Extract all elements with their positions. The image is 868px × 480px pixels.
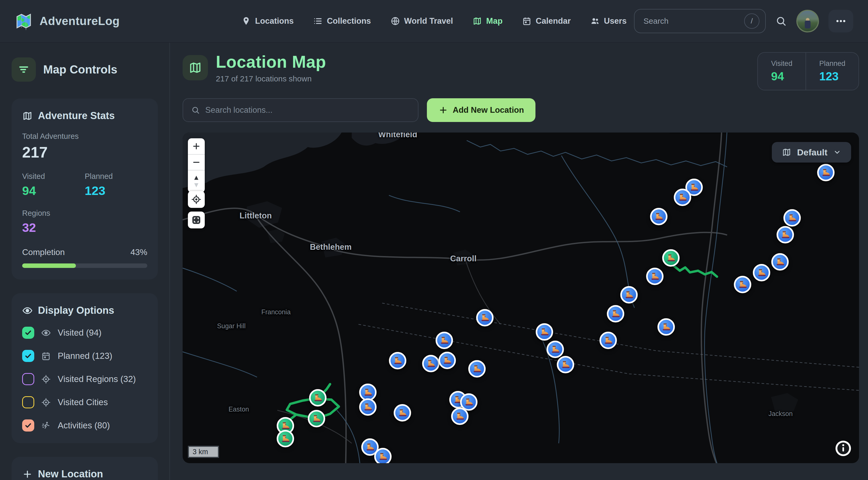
completion-progress-bar	[22, 263, 147, 268]
display-option-label: Planned (123)	[58, 351, 112, 361]
hiking-boot-icon	[311, 414, 321, 424]
hiking-boot-icon	[480, 313, 490, 323]
planned-location-marker[interactable]	[359, 398, 377, 416]
location-search-box[interactable]	[183, 98, 418, 122]
nav-item-map[interactable]: Map	[472, 16, 502, 26]
map-controls-sidebar: Map Controls Adventure Stats Total Adven…	[0, 43, 170, 480]
fullscreen-button[interactable]	[188, 212, 205, 228]
zoom-in-button[interactable]	[188, 138, 205, 154]
filter-icon	[18, 63, 30, 75]
display-option-label: Visited Regions (32)	[58, 374, 136, 384]
planned-location-marker[interactable]	[599, 332, 617, 349]
info-icon	[835, 440, 852, 457]
display-option-visited-94[interactable]: Visited (94)	[22, 327, 147, 339]
nav-item-label: Users	[604, 16, 627, 26]
planned-location-marker[interactable]	[607, 305, 624, 322]
hiking-boot-icon	[611, 309, 621, 319]
completion-value: 43%	[130, 247, 147, 257]
hiking-boot-icon	[442, 355, 452, 365]
display-option-visited-cities[interactable]: Visited Cities	[22, 396, 147, 408]
planned-location-marker[interactable]	[536, 323, 553, 341]
layer-selector[interactable]: Default	[772, 142, 851, 163]
display-option-label: Visited Cities	[58, 397, 108, 407]
zoom-controls	[188, 138, 205, 193]
sidebar-header: Map Controls	[11, 57, 158, 82]
map-canvas[interactable]: WhitefieldLittletonBethlehemCarrollFranc…	[183, 132, 859, 463]
zoom-out-button[interactable]	[188, 154, 205, 170]
planned-location-marker[interactable]	[646, 268, 663, 285]
display-option-activities-80[interactable]: Activities (80)	[22, 419, 147, 431]
checkbox[interactable]	[22, 396, 34, 408]
global-search[interactable]: /	[634, 9, 766, 33]
hiking-boot-icon	[378, 452, 388, 461]
global-search-input[interactable]	[644, 17, 739, 26]
users-icon	[590, 16, 600, 26]
planned-location-marker[interactable]	[777, 226, 794, 244]
planned-location-marker[interactable]	[734, 276, 751, 293]
planned-location-marker[interactable]	[783, 209, 801, 227]
planned-location-marker[interactable]	[374, 448, 392, 463]
new-location-heading: New Location	[22, 469, 147, 480]
nav-item-calendar[interactable]: Calendar	[522, 16, 571, 26]
checkbox[interactable]	[22, 419, 34, 431]
total-adventures-value: 217	[22, 143, 147, 161]
planned-location-marker[interactable]	[436, 332, 453, 349]
hiking-boot-icon	[603, 335, 613, 345]
total-adventures-label: Total Adventures	[22, 132, 147, 141]
planned-location-marker[interactable]	[547, 341, 564, 358]
visited-location-marker[interactable]	[308, 410, 325, 427]
locations-shown-count: 217 of 217 locations shown	[216, 74, 326, 83]
add-new-location-button[interactable]: Add New Location	[427, 98, 535, 122]
more-menu-button[interactable]	[829, 10, 853, 32]
hiking-boot-icon	[472, 364, 482, 374]
avatar[interactable]	[796, 10, 819, 32]
planned-location-marker[interactable]	[394, 404, 411, 421]
hiking-boot-icon	[775, 257, 785, 267]
visited-location-marker[interactable]	[662, 249, 680, 266]
checkbox[interactable]	[22, 327, 34, 339]
checkbox[interactable]	[22, 373, 34, 385]
visited-location-marker[interactable]	[309, 389, 327, 407]
nav-item-locations[interactable]: Locations	[241, 16, 293, 26]
planned-location-marker[interactable]	[753, 264, 770, 281]
nav-item-collections[interactable]: Collections	[313, 16, 371, 26]
hiking-boot-icon	[393, 356, 403, 366]
planned-location-marker[interactable]	[422, 355, 439, 372]
planned-location-marker[interactable]	[771, 253, 789, 270]
eye-icon	[41, 328, 51, 338]
planned-location-marker[interactable]	[657, 318, 675, 335]
nav-item-users[interactable]: Users	[590, 16, 627, 26]
badge-planned-value: 123	[819, 70, 845, 83]
location-search-input[interactable]	[205, 105, 410, 115]
nav-item-world-travel[interactable]: World Travel	[391, 16, 453, 26]
planned-location-marker[interactable]	[817, 164, 835, 181]
hiking-boot-icon	[650, 271, 660, 281]
planned-location-marker[interactable]	[620, 286, 638, 303]
display-option-label: Activities (80)	[58, 420, 110, 430]
brand[interactable]: AdventureLog	[15, 12, 120, 30]
display-option-visited-regions-32[interactable]: Visited Regions (32)	[22, 373, 147, 385]
planned-location-marker[interactable]	[674, 189, 691, 206]
locate-me-button[interactable]	[188, 191, 205, 208]
hiking-boot-icon	[313, 393, 323, 403]
planned-location-marker[interactable]	[438, 352, 456, 369]
search-icon[interactable]	[775, 15, 787, 27]
hiking-boot-icon	[426, 358, 436, 369]
planned-location-marker[interactable]	[557, 356, 574, 373]
display-options-card: Display Options Visited (94)Planned (123…	[11, 293, 158, 443]
adventure-stats-card: Adventure Stats Total Adventures 217 Vis…	[11, 99, 158, 280]
attribution-info-button[interactable]	[835, 440, 852, 457]
adventure-stats-heading: Adventure Stats	[22, 110, 147, 122]
planned-location-marker[interactable]	[476, 309, 494, 326]
plus-icon	[438, 105, 448, 115]
checkbox[interactable]	[22, 350, 34, 362]
brand-name: AdventureLog	[39, 14, 120, 28]
activity-trail	[674, 266, 717, 277]
compass-control[interactable]	[188, 170, 205, 193]
planned-location-marker[interactable]	[389, 352, 406, 370]
display-option-planned-123[interactable]: Planned (123)	[22, 350, 147, 362]
planned-location-marker[interactable]	[451, 408, 468, 425]
visited-location-marker[interactable]	[277, 430, 294, 447]
planned-location-marker[interactable]	[468, 360, 486, 378]
planned-location-marker[interactable]	[650, 208, 668, 225]
